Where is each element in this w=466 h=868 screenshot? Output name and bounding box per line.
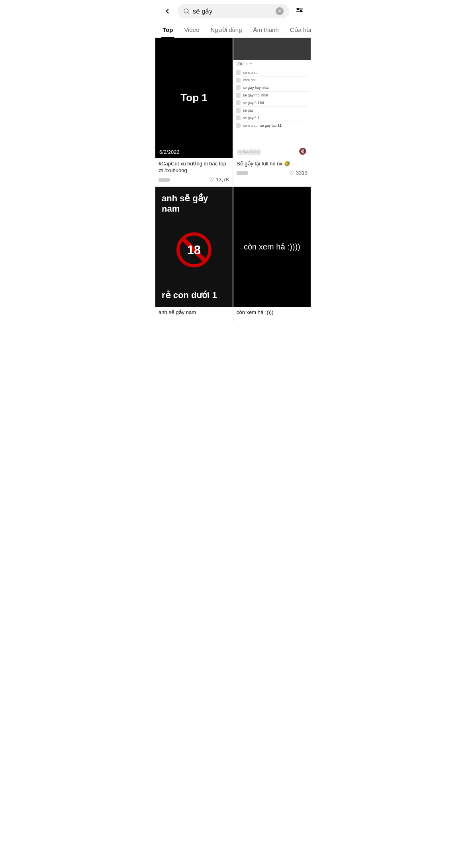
browser-tab-item: Tù — [236, 61, 244, 66]
browser-tab-plus: + — [249, 61, 252, 67]
search-bar: × — [178, 4, 289, 18]
card-likes-1: ♡ 13,7K — [209, 177, 229, 183]
clear-button[interactable]: × — [276, 7, 284, 15]
search-result-row: xem ph... — [236, 69, 308, 77]
heart-icon-1: ♡ — [209, 177, 214, 183]
likes-count-1: 13,7K — [216, 177, 229, 183]
card-meta-1: ♡ 13,7K — [159, 177, 229, 183]
card-title-2: Sẽ gầy lại full hd nx 🤣 — [237, 161, 307, 167]
svg-point-5 — [300, 10, 302, 12]
video-top-text-3: anh sẽ gầy nam — [162, 193, 226, 214]
card-info-1: #CapCut xu hướng đi bác top ơi #xuhuong … — [155, 158, 233, 186]
search-result-row: se gay — [236, 107, 308, 114]
card-info-3: anh sẽ gầy nam — [155, 307, 233, 322]
browser-tab-x: × — [246, 62, 248, 66]
video-grid: Top 1 6/2/2022 #CapCut xu hướng đi bác t… — [155, 38, 311, 322]
tab-video[interactable]: Video — [178, 22, 205, 37]
browser-tab-bar: Tù × + — [233, 60, 311, 68]
avatar-2 — [237, 171, 248, 175]
tab-nguoi-dung[interactable]: Người dùng — [205, 22, 247, 37]
mute-icon-2: 🔇 — [299, 147, 307, 155]
list-item[interactable]: Tù × + xem ph... xem ph... se gầ — [233, 38, 311, 186]
browser-top-bar — [233, 38, 311, 60]
card-info-4: còn xem hả :)))) — [233, 307, 311, 322]
tab-top[interactable]: Top — [157, 22, 178, 37]
tab-cua-hang[interactable]: Cửa hàng — [284, 22, 311, 37]
search-result-row: se gay full — [236, 114, 308, 122]
search-result-row: xem ph... se gay tap 11 — [236, 122, 308, 129]
video-thumbnail-2: Tù × + xem ph... xem ph... se gầ — [233, 38, 311, 158]
tab-am-thanh[interactable]: Âm thanh — [248, 22, 284, 37]
browser-content: Tù × + xem ph... xem ph... se gầ — [233, 60, 311, 158]
card-likes-2: ♡ 3313 — [289, 170, 307, 176]
card-title-3: anh sẽ gầy nam — [159, 309, 229, 316]
back-button[interactable] — [160, 4, 174, 18]
search-result-row: se gay moi nhat — [236, 92, 308, 99]
video-thumbnail-3: anh sẽ gầy nam 18 rẻ con dưới 1 — [155, 187, 233, 307]
svg-point-4 — [298, 8, 299, 10]
list-item[interactable]: còn xem hả :)))) còn xem hả :)))) — [233, 187, 311, 322]
video-bottom-text-3: rẻ con dưới 1 — [162, 290, 217, 300]
card-meta-2: ♡ 3313 — [237, 170, 307, 176]
card-title-4: còn xem hả :)))) — [237, 309, 307, 316]
filter-button[interactable] — [292, 4, 307, 18]
video-thumb-text-1: Top 1 — [180, 92, 207, 104]
video-center-text-4: còn xem hả :)))) — [244, 242, 300, 251]
tabs-bar: Top Video Người dùng Âm thanh Cửa hàng — [155, 22, 311, 38]
search-result-row: xem ph... — [236, 77, 308, 84]
likes-count-2: 3313 — [296, 170, 307, 176]
list-item[interactable]: anh sẽ gầy nam 18 rẻ con dưới 1 anh sẽ g… — [155, 187, 233, 322]
list-item[interactable]: Top 1 6/2/2022 #CapCut xu hướng đi bác t… — [155, 38, 233, 186]
card-title-1: #CapCut xu hướng đi bác top ơi #xuhuong — [159, 161, 229, 174]
video-date-1: 6/2/2022 — [159, 149, 180, 155]
card-info-2: Sẽ gầy lại full hd nx 🤣 ♡ 3313 — [233, 158, 311, 179]
search-result-row: se gầy hay nhat — [236, 84, 308, 92]
svg-line-1 — [188, 12, 189, 14]
no-18-icon: 18 — [176, 232, 212, 272]
video-thumbnail-4: còn xem hả :)))) — [233, 187, 311, 307]
search-result-row: se gay full hd — [236, 99, 308, 107]
svg-text:18: 18 — [187, 243, 201, 257]
video-thumbnail-1: Top 1 6/2/2022 — [155, 38, 233, 158]
heart-icon-2: ♡ — [289, 170, 294, 176]
header: × — [155, 0, 311, 22]
search-icon — [183, 8, 190, 14]
avatar-1 — [159, 178, 170, 182]
search-input[interactable] — [193, 8, 272, 15]
video-date-2: 13/6/2022 — [237, 149, 260, 155]
browser-search-results: xem ph... xem ph... se gầy hay nhat se g… — [233, 68, 311, 130]
